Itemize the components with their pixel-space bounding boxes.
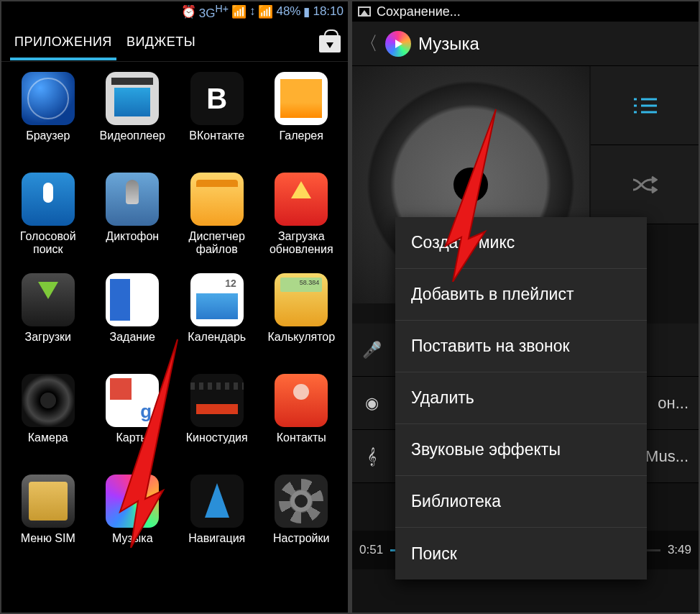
menu-set-as-ringtone[interactable]: Поставить на звонок <box>395 321 647 372</box>
movie-icon <box>190 374 244 427</box>
voice-search-icon <box>22 173 75 226</box>
camera-icon <box>22 374 75 427</box>
phone-music-app: Сохранение... 〈 Музыка 🎤 ◉ он... 𝄞 <box>352 1 699 613</box>
browser-icon <box>22 72 75 125</box>
tasks-icon <box>106 273 159 326</box>
app-tasks[interactable]: Задание <box>91 273 175 371</box>
app-calculator[interactable]: Калькулятор <box>259 273 344 371</box>
phone-app-drawer: ⏰ 3GH+ 📶 ↕ 📶 48% ▮ 18:10 ПРИЛОЖЕНИЯ ВИДЖ… <box>1 1 348 613</box>
app-videoplayer[interactable]: Видеоплеер <box>91 72 175 170</box>
app-contacts[interactable]: Контакты <box>259 374 344 472</box>
menu-library[interactable]: Библиотека <box>395 476 647 528</box>
alarm-icon: ⏰ <box>181 4 196 19</box>
navigation-icon <box>190 475 244 528</box>
battery-percent: 48% <box>276 4 300 19</box>
menu-delete[interactable]: Удалить <box>395 372 647 424</box>
app-camera[interactable]: Камера <box>6 374 91 472</box>
vk-icon: B <box>190 72 244 125</box>
network-label: 3GH+ <box>199 3 229 21</box>
app-browser[interactable]: Браузер <box>6 72 91 170</box>
video-icon <box>106 72 159 125</box>
tab-widgets[interactable]: ВИДЖЕТЫ <box>119 23 203 60</box>
sim-icon <box>22 475 75 528</box>
treble-clef-icon: 𝄞 <box>362 447 381 466</box>
app-navigation[interactable]: Навигация <box>175 475 259 572</box>
play-store-icon[interactable] <box>318 31 342 52</box>
menu-add-to-playlist[interactable]: Добавить в плейлист <box>395 269 647 321</box>
shuffle-icon <box>632 175 658 194</box>
screenshot-icon <box>358 6 371 17</box>
total-time: 3:49 <box>660 543 699 557</box>
page-title: Музыка <box>418 34 479 54</box>
side-buttons <box>591 66 699 224</box>
music-body: 🎤 ◉ он... 𝄞 Mus... Создать микс Добавить… <box>352 66 699 613</box>
disc-icon: ◉ <box>362 394 381 413</box>
status-bar: ⏰ 3GH+ 📶 ↕ 📶 48% ▮ 18:10 <box>1 1 348 22</box>
status-bar: Сохранение... <box>352 1 699 22</box>
app-settings[interactable]: Настройки <box>259 475 344 572</box>
row-trailing-text: Mus... <box>645 447 689 466</box>
sync-icon: ↕ <box>249 4 256 19</box>
tab-apps[interactable]: ПРИЛОЖЕНИЯ <box>7 23 119 60</box>
recorder-icon <box>106 173 159 226</box>
app-maps[interactable]: Карты <box>91 374 175 472</box>
shuffle-button[interactable] <box>591 145 699 224</box>
row-trailing-text: он... <box>658 394 689 413</box>
clock: 18:10 <box>313 4 344 19</box>
battery-icon: ▮ <box>303 4 310 19</box>
context-menu: Создать микс Добавить в плейлист Постави… <box>395 217 647 579</box>
folder-icon <box>190 173 244 226</box>
menu-sound-effects[interactable]: Звуковые эффекты <box>395 424 647 476</box>
tab-bar: ПРИЛОЖЕНИЯ ВИДЖЕТЫ <box>1 22 348 62</box>
update-icon <box>275 173 328 226</box>
status-text: Сохранение... <box>377 4 461 19</box>
signal-icon-2: 📶 <box>258 4 273 19</box>
app-recorder[interactable]: Диктофон <box>91 173 175 270</box>
music-app-icon <box>385 31 411 57</box>
calendar-icon <box>190 273 244 326</box>
mic-icon: 🎤 <box>362 341 381 359</box>
music-header: 〈 Музыка <box>352 22 699 66</box>
app-file-manager[interactable]: Диспетчер файлов <box>175 173 259 270</box>
app-music[interactable]: Музыка <box>91 475 175 572</box>
maps-icon <box>106 374 159 427</box>
calculator-icon <box>275 273 328 326</box>
menu-create-mix[interactable]: Создать микс <box>395 217 647 269</box>
app-movie-studio[interactable]: Киностудия <box>175 374 259 472</box>
app-update[interactable]: Загрузка обновления <box>259 173 344 270</box>
app-gallery[interactable]: Галерея <box>259 72 344 170</box>
back-icon[interactable]: 〈 <box>359 31 378 56</box>
app-vkontakte[interactable]: BВКонтакте <box>175 72 259 170</box>
menu-search[interactable]: Поиск <box>395 528 647 579</box>
app-sim-menu[interactable]: Меню SIM <box>6 475 91 572</box>
apps-grid: Браузер Видеоплеер BВКонтакте Галерея Го… <box>1 62 348 613</box>
elapsed-time: 0:51 <box>352 543 390 557</box>
app-downloads[interactable]: Загрузки <box>6 273 91 371</box>
app-voice-search[interactable]: Голосовой поиск <box>6 173 91 270</box>
downloads-icon <box>22 273 75 326</box>
gallery-icon <box>275 72 328 125</box>
contacts-icon <box>275 374 328 427</box>
music-icon <box>106 475 159 528</box>
settings-icon <box>275 475 328 528</box>
app-calendar[interactable]: Календарь <box>175 273 259 371</box>
queue-button[interactable] <box>591 66 699 145</box>
signal-icon-1: 📶 <box>231 4 247 19</box>
list-icon <box>632 96 657 115</box>
